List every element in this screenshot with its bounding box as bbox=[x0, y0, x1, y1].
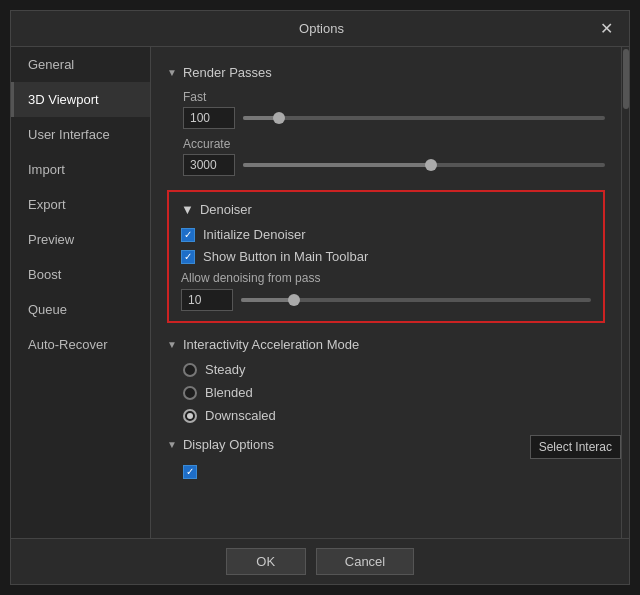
fast-value[interactable]: 100 bbox=[183, 107, 235, 129]
init-denoiser-label: Initialize Denoiser bbox=[203, 227, 306, 242]
render-passes-content: Fast 100 Accurate 3000 bbox=[183, 90, 605, 176]
display-options-arrow: ▼ bbox=[167, 439, 177, 450]
init-checkmark: ✓ bbox=[184, 230, 192, 240]
init-denoiser-checkbox[interactable]: ✓ bbox=[181, 228, 195, 242]
accurate-slider-row: 3000 bbox=[183, 154, 605, 176]
steady-label: Steady bbox=[205, 362, 245, 377]
close-button[interactable]: ✕ bbox=[596, 21, 617, 37]
ok-button[interactable]: OK bbox=[226, 548, 306, 575]
sidebar-item-auto-recover[interactable]: Auto-Recover bbox=[11, 327, 150, 362]
blended-radio[interactable] bbox=[183, 386, 197, 400]
pass-slider-fill bbox=[241, 298, 294, 302]
blended-radio-row[interactable]: Blended bbox=[183, 385, 605, 400]
init-denoiser-row: ✓ Initialize Denoiser bbox=[181, 227, 591, 242]
content-area: ▼ Render Passes Fast 100 Accurate bbox=[151, 47, 621, 538]
pass-label: Allow denoising from pass bbox=[181, 271, 591, 285]
denoiser-title: Denoiser bbox=[200, 202, 252, 217]
downscaled-label: Downscaled bbox=[205, 408, 276, 423]
fast-slider-track[interactable] bbox=[243, 116, 605, 120]
display-sub-checkmark: ✓ bbox=[186, 467, 194, 477]
show-button-checkbox[interactable]: ✓ bbox=[181, 250, 195, 264]
interactivity-content: Steady Blended Downscaled bbox=[183, 362, 605, 423]
pass-slider-row: 10 bbox=[181, 289, 591, 311]
steady-radio[interactable] bbox=[183, 363, 197, 377]
sidebar-item-user-interface[interactable]: User Interface bbox=[11, 117, 150, 152]
scrollbar[interactable] bbox=[621, 47, 629, 538]
render-passes-arrow: ▼ bbox=[167, 67, 177, 78]
sidebar: General 3D Viewport User Interface Impor… bbox=[11, 47, 151, 538]
interactivity-arrow: ▼ bbox=[167, 339, 177, 350]
display-options-title: Display Options bbox=[183, 437, 274, 452]
sidebar-item-general[interactable]: General bbox=[11, 47, 150, 82]
display-options-content: ✓ bbox=[183, 462, 605, 482]
options-dialog: Options ✕ General 3D Viewport User Inter… bbox=[10, 10, 630, 585]
downscaled-radio-fill bbox=[187, 413, 193, 419]
cancel-button[interactable]: Cancel bbox=[316, 548, 414, 575]
downscaled-radio[interactable] bbox=[183, 409, 197, 423]
scroll-thumb[interactable] bbox=[623, 49, 629, 109]
dialog-title: Options bbox=[47, 21, 596, 36]
accurate-slider-track[interactable] bbox=[243, 163, 605, 167]
fast-slider-row: 100 bbox=[183, 107, 605, 129]
title-bar: Options ✕ bbox=[11, 11, 629, 47]
dialog-body: General 3D Viewport User Interface Impor… bbox=[11, 47, 629, 538]
display-options-section: ▼ Display Options ✓ bbox=[167, 437, 605, 482]
pass-slider-track[interactable] bbox=[241, 298, 591, 302]
accurate-slider-thumb[interactable] bbox=[425, 159, 437, 171]
show-checkmark: ✓ bbox=[184, 252, 192, 262]
steady-radio-row[interactable]: Steady bbox=[183, 362, 605, 377]
show-button-label: Show Button in Main Toolbar bbox=[203, 249, 368, 264]
fast-slider-thumb[interactable] bbox=[273, 112, 285, 124]
dialog-footer: OK Cancel bbox=[11, 538, 629, 584]
accurate-slider-fill bbox=[243, 163, 431, 167]
display-sub-checkbox[interactable]: ✓ bbox=[183, 465, 197, 479]
render-passes-header: ▼ Render Passes bbox=[167, 65, 605, 80]
accurate-label: Accurate bbox=[183, 137, 605, 151]
downscaled-radio-row[interactable]: Downscaled bbox=[183, 408, 605, 423]
show-button-row: ✓ Show Button in Main Toolbar bbox=[181, 249, 591, 264]
fast-label: Fast bbox=[183, 90, 605, 104]
sidebar-item-queue[interactable]: Queue bbox=[11, 292, 150, 327]
render-passes-title: Render Passes bbox=[183, 65, 272, 80]
sidebar-item-import[interactable]: Import bbox=[11, 152, 150, 187]
interactivity-title: Interactivity Acceleration Mode bbox=[183, 337, 359, 352]
denoiser-section: ▼ Denoiser ✓ Initialize Denoiser ✓ Show bbox=[167, 190, 605, 323]
accurate-value[interactable]: 3000 bbox=[183, 154, 235, 176]
sidebar-item-boost[interactable]: Boost bbox=[11, 257, 150, 292]
denoiser-arrow: ▼ bbox=[181, 202, 194, 217]
denoiser-header: ▼ Denoiser bbox=[181, 202, 591, 217]
sidebar-item-export[interactable]: Export bbox=[11, 187, 150, 222]
pass-value[interactable]: 10 bbox=[181, 289, 233, 311]
interactivity-section: ▼ Interactivity Acceleration Mode Steady bbox=[167, 337, 605, 423]
sidebar-item-preview[interactable]: Preview bbox=[11, 222, 150, 257]
render-passes-section: ▼ Render Passes Fast 100 Accurate bbox=[167, 65, 605, 176]
sidebar-item-3d-viewport[interactable]: 3D Viewport bbox=[11, 82, 150, 117]
display-options-header: ▼ Display Options bbox=[167, 437, 605, 452]
display-sub-row: ✓ bbox=[183, 462, 605, 482]
blended-label: Blended bbox=[205, 385, 253, 400]
interactivity-header: ▼ Interactivity Acceleration Mode bbox=[167, 337, 605, 352]
pass-slider-thumb[interactable] bbox=[288, 294, 300, 306]
